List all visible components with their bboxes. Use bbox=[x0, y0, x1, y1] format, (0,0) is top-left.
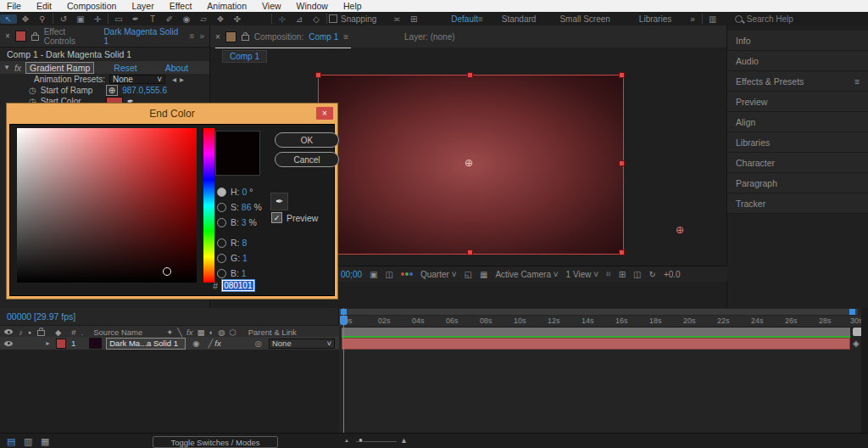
stopwatch-icon[interactable]: ◷ bbox=[29, 86, 36, 95]
roto-brush-tool-icon[interactable]: ❖ bbox=[212, 14, 229, 24]
parent-pickwhip-icon[interactable]: ◎ bbox=[255, 339, 262, 348]
magnification-dropdown[interactable]: Quarter ˅ bbox=[420, 270, 457, 279]
playhead-line[interactable] bbox=[343, 308, 344, 433]
playhead-handle[interactable] bbox=[340, 316, 348, 325]
menu-effect[interactable]: Effect bbox=[170, 1, 192, 11]
panel-icon[interactable]: ▥ bbox=[704, 14, 721, 24]
close-icon[interactable]: × bbox=[215, 32, 220, 42]
effect-name[interactable]: Gradient Ramp bbox=[25, 62, 94, 74]
dialog-close-button[interactable]: × bbox=[316, 107, 333, 120]
workspace-tab-default[interactable]: Default bbox=[451, 14, 478, 24]
layer-label-swatch[interactable] bbox=[56, 339, 66, 349]
axis-mode-view-icon[interactable]: ◇ bbox=[308, 14, 325, 24]
menu-window[interactable]: Window bbox=[297, 1, 328, 11]
reset-exposure-icon[interactable]: ↻ bbox=[649, 270, 656, 279]
search-help-input[interactable]: Search Help bbox=[747, 14, 793, 24]
sidebar-panel-align[interactable]: Align bbox=[727, 112, 868, 132]
panel-overflow-icon[interactable]: » bbox=[199, 31, 204, 41]
sidebar-panel-info[interactable]: Info bbox=[727, 31, 868, 51]
zoom-in-mountain-icon[interactable]: ▲ bbox=[400, 436, 408, 445]
axis-mode-local-icon[interactable]: ⊹ bbox=[274, 14, 291, 24]
type-tool-icon[interactable]: T bbox=[144, 14, 161, 24]
brightness-radio[interactable] bbox=[217, 218, 226, 227]
selection-handle[interactable] bbox=[619, 249, 625, 255]
sidebar-panel-tracker[interactable]: Tracker bbox=[727, 193, 868, 214]
green-radio[interactable] bbox=[217, 254, 226, 263]
cancel-button[interactable]: Cancel bbox=[275, 152, 339, 167]
menu-layer[interactable]: Layer bbox=[131, 1, 153, 11]
time-ruler[interactable]: 0s 02s 04s 06s 08s 10s 12s 14s 16s 18s 2… bbox=[339, 316, 868, 328]
expand-transfer-pane-icon[interactable]: ▦ bbox=[41, 436, 49, 447]
eyedropper-button[interactable]: ✒ bbox=[270, 193, 288, 210]
menu-edit[interactable]: Edit bbox=[36, 1, 52, 11]
clone-stamp-tool-icon[interactable]: ◉ bbox=[178, 14, 195, 24]
layer-row[interactable]: ► 1 Dark Ma...a Solid 1 ◉ ╱ fx ◎ None˅ bbox=[0, 337, 339, 350]
timeline-zoom-knob[interactable]: ● bbox=[359, 436, 363, 444]
snap-option-icon[interactable]: ≍ bbox=[388, 14, 405, 24]
close-icon[interactable]: × bbox=[5, 31, 10, 41]
zoom-tool-icon[interactable]: ⚲ bbox=[34, 14, 51, 24]
camera-tool-icon[interactable]: ▣ bbox=[72, 14, 89, 24]
comp-timecode[interactable]: 00;00 bbox=[341, 270, 362, 279]
workspace-overflow-chevron[interactable]: » bbox=[690, 14, 695, 24]
dialog-title[interactable]: End Color bbox=[7, 104, 337, 124]
selection-handle[interactable] bbox=[467, 72, 473, 78]
lock-icon[interactable] bbox=[242, 35, 249, 41]
next-preset-icon[interactable]: ▸ bbox=[180, 75, 184, 84]
layer-shy-icon[interactable]: ◉ bbox=[192, 339, 199, 348]
expand-layer-pane-icon[interactable]: ▤ bbox=[7, 436, 15, 447]
sidebar-panel-character[interactable]: Character bbox=[727, 153, 868, 173]
work-area-bar[interactable] bbox=[342, 328, 850, 336]
snapping-checkbox[interactable] bbox=[329, 14, 337, 23]
blue-radio[interactable] bbox=[217, 269, 226, 278]
effect-point-icon[interactable]: ⊕ bbox=[106, 85, 118, 96]
red-radio[interactable] bbox=[217, 238, 226, 248]
rotation-tool-icon[interactable]: ↺ bbox=[55, 14, 72, 24]
zoom-out-mountain-icon[interactable]: ▲ bbox=[344, 438, 349, 443]
workspace-tab-libraries[interactable]: Libraries bbox=[639, 14, 671, 24]
saturation-radio[interactable] bbox=[217, 203, 226, 212]
layer-tab[interactable]: Layer: (none) bbox=[404, 32, 454, 42]
menu-help[interactable]: Help bbox=[343, 1, 362, 11]
gradient-start-point-icon[interactable]: ⊕ bbox=[465, 157, 473, 169]
composition-tab-label[interactable]: Composition: bbox=[254, 32, 303, 42]
selection-handle[interactable] bbox=[315, 72, 321, 78]
snap-grid-icon[interactable]: ⊞ bbox=[405, 14, 422, 24]
lock-icon[interactable] bbox=[31, 35, 39, 41]
ok-button[interactable]: OK bbox=[275, 132, 339, 148]
selection-handle[interactable] bbox=[467, 249, 473, 255]
sidebar-panel-effects-presets[interactable]: Effects & Presets≡ bbox=[727, 71, 868, 92]
hue-strip[interactable] bbox=[203, 128, 214, 283]
show-channels-icon[interactable] bbox=[401, 272, 413, 276]
sidebar-panel-paragraph[interactable]: Paragraph bbox=[727, 173, 868, 193]
exposure-value[interactable]: +0.0 bbox=[664, 270, 681, 279]
pen-tool-icon[interactable]: ✒ bbox=[127, 14, 144, 24]
sidebar-panel-audio[interactable]: Audio bbox=[727, 51, 868, 71]
comp-pill-tab[interactable]: Comp 1 bbox=[222, 50, 267, 63]
layer-visibility-toggle[interactable] bbox=[4, 341, 13, 346]
timeline-navigator[interactable] bbox=[339, 309, 858, 315]
parent-link-column-header[interactable]: Parent & Link bbox=[248, 328, 297, 337]
region-of-interest-icon[interactable]: ◱ bbox=[464, 270, 471, 279]
selection-tool-icon[interactable]: ↖ bbox=[0, 14, 17, 24]
pan-behind-tool-icon[interactable]: ✛ bbox=[89, 14, 106, 24]
puppet-pin-tool-icon[interactable]: ✜ bbox=[229, 14, 246, 24]
panel-menu-icon[interactable]: ≡ bbox=[190, 31, 195, 41]
comp-marker-bin-icon[interactable]: ◈ bbox=[853, 339, 860, 348]
vertical-scrollbar[interactable] bbox=[861, 308, 868, 433]
animation-presets-dropdown[interactable]: None˅ bbox=[109, 75, 165, 84]
panel-menu-icon[interactable]: ≡ bbox=[854, 76, 860, 87]
rectangle-tool-icon[interactable]: ▭ bbox=[110, 14, 127, 24]
start-of-ramp-value[interactable]: 987.0,555.6 bbox=[122, 86, 167, 95]
workspace-tab-small-screen[interactable]: Small Screen bbox=[559, 14, 609, 24]
hand-tool-icon[interactable]: ✥ bbox=[17, 14, 34, 24]
menu-view[interactable]: View bbox=[262, 1, 281, 11]
about-link[interactable]: About bbox=[165, 63, 188, 73]
composition-tab-value[interactable]: Comp 1 bbox=[309, 32, 338, 42]
source-name-column-header[interactable]: Source Name bbox=[93, 328, 142, 337]
brush-tool-icon[interactable]: ✐ bbox=[161, 14, 178, 24]
menu-animation[interactable]: Animation bbox=[207, 1, 247, 11]
snapshot-icon[interactable]: ▣ bbox=[370, 270, 377, 279]
layer-name[interactable]: Dark Ma...a Solid 1 bbox=[106, 338, 186, 350]
hex-input[interactable]: 080101 bbox=[221, 279, 254, 292]
